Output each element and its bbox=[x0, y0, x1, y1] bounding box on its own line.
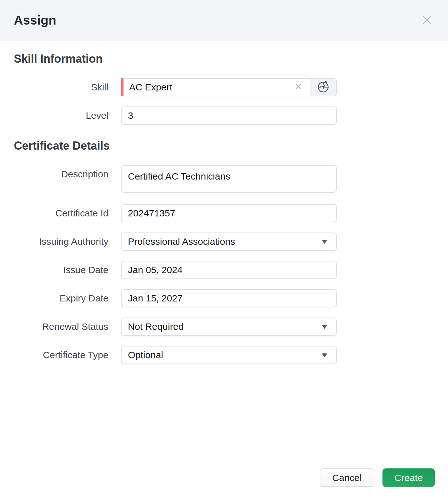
issuing-authority-field: Professional Associations bbox=[121, 232, 337, 251]
certificate-type-label: Certificate Type bbox=[14, 346, 108, 364]
issue-date-input[interactable] bbox=[121, 261, 337, 279]
level-field bbox=[121, 106, 337, 125]
issuing-authority-label: Issuing Authority bbox=[14, 232, 108, 251]
level-label: Level bbox=[14, 106, 108, 125]
form-row-certificate-type: Certificate Type Optional bbox=[14, 346, 434, 364]
renewal-status-select[interactable]: Not Required bbox=[121, 318, 337, 336]
clear-skill-button[interactable] bbox=[293, 82, 303, 92]
certificate-id-label: Certificate Id bbox=[14, 204, 108, 222]
caret-down-icon bbox=[322, 325, 327, 329]
expiry-date-field bbox=[121, 289, 337, 307]
level-input[interactable] bbox=[121, 106, 337, 125]
modal-header: Assign bbox=[0, 0, 448, 41]
form-row-certificate-id: Certificate Id bbox=[14, 204, 434, 222]
section-title-skill-information: Skill Information bbox=[14, 52, 434, 66]
form-row-description: Description Certified AC Technicians bbox=[14, 165, 434, 194]
expiry-date-label: Expiry Date bbox=[14, 289, 108, 307]
modal-footer: Cancel Create bbox=[0, 458, 448, 504]
skill-lookup-button[interactable] bbox=[310, 79, 336, 96]
skill-input-wrap bbox=[122, 79, 310, 96]
form-row-skill: Skill bbox=[14, 78, 434, 96]
renewal-status-value: Not Required bbox=[128, 321, 184, 332]
caret-down-icon bbox=[322, 240, 327, 244]
caret-down-icon bbox=[322, 353, 327, 357]
form-row-level: Level bbox=[14, 106, 434, 125]
skill-field bbox=[121, 78, 337, 96]
description-field: Certified AC Technicians bbox=[121, 165, 337, 194]
form-row-issue-date: Issue Date bbox=[14, 261, 434, 279]
issuing-authority-value: Professional Associations bbox=[128, 236, 235, 247]
certificate-id-input[interactable] bbox=[121, 204, 337, 222]
close-button[interactable] bbox=[420, 13, 434, 28]
form-row-issuing-authority: Issuing Authority Professional Associati… bbox=[14, 232, 434, 251]
skill-input[interactable] bbox=[129, 79, 290, 96]
required-indicator bbox=[121, 78, 123, 96]
clear-icon bbox=[294, 82, 303, 92]
certificate-type-value: Optional bbox=[128, 350, 163, 360]
puzzle-icon bbox=[316, 80, 330, 95]
skill-label: Skill bbox=[14, 78, 108, 96]
form-row-expiry-date: Expiry Date bbox=[14, 289, 434, 307]
page-title: Assign bbox=[14, 13, 56, 27]
issue-date-field bbox=[121, 261, 337, 279]
issuing-authority-select[interactable]: Professional Associations bbox=[121, 232, 337, 251]
certificate-type-select[interactable]: Optional bbox=[121, 346, 337, 364]
description-label: Description bbox=[14, 165, 108, 183]
certificate-id-field bbox=[121, 204, 337, 222]
description-textarea[interactable]: Certified AC Technicians bbox=[121, 165, 337, 193]
create-button[interactable]: Create bbox=[382, 468, 435, 487]
renewal-status-label: Renewal Status bbox=[14, 318, 108, 336]
cancel-button[interactable]: Cancel bbox=[320, 468, 374, 487]
certificate-type-field: Optional bbox=[121, 346, 337, 364]
skill-input-group bbox=[121, 78, 337, 96]
assign-modal: Assign Skill Information Skill bbox=[0, 0, 448, 504]
renewal-status-field: Not Required bbox=[121, 318, 337, 336]
expiry-date-input[interactable] bbox=[121, 289, 337, 307]
issue-date-label: Issue Date bbox=[14, 261, 108, 279]
section-title-certificate-details: Certificate Details bbox=[14, 139, 434, 152]
modal-body: Skill Information Skill bbox=[0, 41, 448, 458]
close-icon bbox=[421, 14, 433, 27]
form-row-renewal-status: Renewal Status Not Required bbox=[14, 318, 434, 336]
